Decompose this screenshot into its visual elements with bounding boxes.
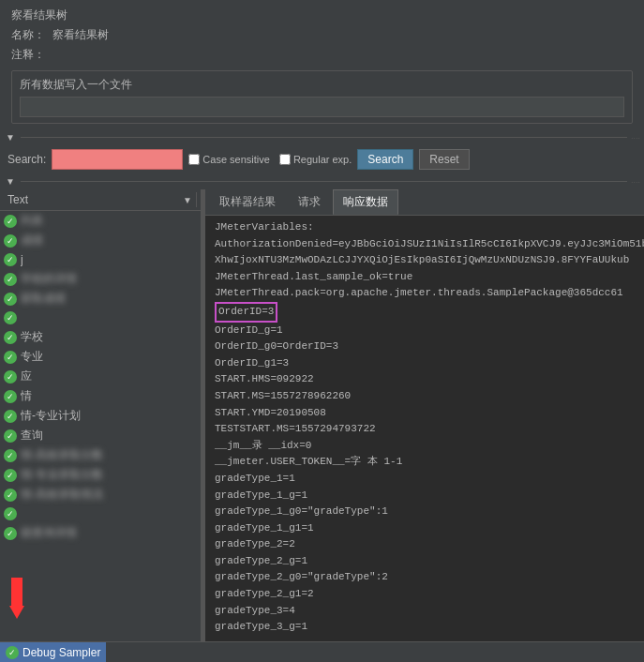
- title-label: 察看结果树: [11, 8, 67, 23]
- main-container: 察看结果树 名称： 察看结果树 注释： 所有数据写入一个文件 ▼ ···· Se…: [0, 0, 644, 662]
- title-section: 察看结果树 名称： 察看结果树 注释：: [0, 0, 644, 67]
- left-items-list: 列表成绩j学校的详情获取成绩学校专业应情情-专业计划查询情-高校录取分数情-专业…: [0, 211, 201, 641]
- search-bar: Search: Case sensitive Regular exp. Sear…: [0, 145, 644, 173]
- left-item[interactable]: [0, 504, 201, 523]
- response-line: gradeType_3=4: [213, 603, 637, 620]
- response-line: __jmeter.USER_TOKEN__=字 本 1-1: [213, 454, 637, 471]
- left-item[interactable]: 专业: [0, 347, 201, 367]
- green-check-icon: [4, 311, 17, 324]
- file-section-title: 所有数据写入一个文件: [20, 77, 624, 93]
- left-header-arrow[interactable]: ▼: [179, 193, 196, 207]
- left-item[interactable]: j: [0, 250, 201, 269]
- left-item[interactable]: 学校的详情: [0, 269, 201, 289]
- item-text: 级查询详情: [21, 525, 197, 541]
- response-line: gradeType_2_g0="gradeType":2: [213, 569, 637, 586]
- response-line: TESTSTART.MS=1557294793722: [213, 421, 637, 438]
- divider-dots-2: ····: [627, 177, 644, 187]
- highlighted-response-line: OrderID=3: [215, 302, 277, 323]
- left-header: Text ▼: [0, 189, 201, 211]
- comment-label: 注释：: [11, 47, 45, 63]
- comment-row: 注释：: [11, 47, 633, 63]
- green-check-icon: [4, 429, 17, 443]
- case-sensitive-checkbox[interactable]: [188, 154, 200, 165]
- left-item[interactable]: 获取成绩: [0, 289, 201, 308]
- item-text: 情-高校录取情况: [21, 487, 197, 503]
- tab-sampler[interactable]: 取样器结果: [209, 189, 286, 215]
- tab-request[interactable]: 请求: [288, 189, 331, 215]
- left-item[interactable]: 情-高校录取情况: [0, 485, 201, 504]
- collapse-bar-1: ▼ ····: [0, 129, 644, 145]
- left-item[interactable]: 级查询详情: [0, 523, 201, 543]
- item-text: 获取成绩: [21, 291, 197, 307]
- item-text: 列表: [21, 213, 197, 229]
- response-line: OrderID_g0=OrderID=3: [213, 339, 637, 355]
- bottom-bar: Debug Sampler: [0, 641, 644, 662]
- left-item[interactable]: 学校: [0, 327, 201, 347]
- case-sensitive-label[interactable]: Case sensitive: [188, 154, 270, 165]
- item-text: 学校的详情: [21, 271, 197, 287]
- title-row: 察看结果树: [11, 8, 633, 23]
- response-line: JMeterVariables:: [213, 219, 637, 236]
- green-check-icon: [4, 527, 17, 540]
- green-check-icon: [4, 273, 17, 286]
- response-line: OrderID_g=1: [213, 323, 637, 339]
- item-text: j: [21, 253, 197, 266]
- left-item[interactable]: 应: [0, 367, 201, 386]
- left-header-text: Text: [4, 191, 179, 208]
- regex-checkbox[interactable]: [279, 154, 291, 165]
- collapse-arrow-1[interactable]: ▼: [0, 131, 21, 143]
- collapse-arrow-2[interactable]: ▼: [0, 175, 21, 188]
- debug-sampler-label: Debug Sampler: [22, 646, 100, 659]
- response-line: gradeType_2_g=1: [213, 553, 637, 570]
- left-item[interactable]: 查询: [0, 426, 201, 445]
- reset-button[interactable]: Reset: [419, 149, 469, 170]
- left-item[interactable]: 情-专业计划: [0, 406, 201, 426]
- left-panel: Text ▼ 列表成绩j学校的详情获取成绩学校专业应情情-专业计划查询情-高校录…: [0, 189, 202, 641]
- response-line: gradeType_1_g0="gradeType":1: [213, 504, 637, 520]
- divider-2: [21, 181, 627, 182]
- response-line: JMeterThread.pack=org.apache.jmeter.thre…: [213, 285, 637, 302]
- item-text: 学校: [21, 329, 197, 345]
- file-input[interactable]: [20, 97, 624, 117]
- green-check-icon: [4, 253, 17, 266]
- response-line: AuthorizationDenied=eyJBbGciOiJSUzI1NiIs…: [213, 236, 637, 253]
- item-text: 成绩: [21, 233, 197, 248]
- left-item[interactable]: 情: [0, 386, 201, 406]
- checkbox-group: Case sensitive Regular exp.: [188, 154, 352, 165]
- green-check-icon: [4, 390, 17, 403]
- search-button[interactable]: Search: [357, 149, 413, 170]
- divider-1: [21, 137, 627, 138]
- name-value: 察看结果树: [52, 27, 109, 43]
- tab-response[interactable]: 响应数据: [333, 189, 398, 215]
- response-line: gradeType_1_g1=1: [213, 520, 637, 537]
- left-item[interactable]: 情-高校录取分数: [0, 445, 201, 465]
- regex-label[interactable]: Regular exp.: [279, 154, 352, 165]
- case-sensitive-text: Case sensitive: [202, 154, 270, 165]
- item-text: 情: [21, 388, 197, 404]
- regex-text: Regular exp.: [293, 154, 352, 165]
- green-check-icon: [4, 507, 17, 520]
- response-content: JMeterVariables:AuthorizationDenied=eyJB…: [205, 216, 644, 641]
- name-row: 名称： 察看结果树: [11, 27, 633, 43]
- left-item[interactable]: 列表: [0, 211, 201, 231]
- green-check-icon: [4, 449, 17, 462]
- item-text: 专业: [21, 349, 197, 365]
- tabs-bar: 取样器结果请求响应数据: [205, 189, 644, 216]
- response-line: gradeType_1_g=1: [213, 488, 637, 504]
- search-label: Search:: [7, 153, 46, 166]
- left-item[interactable]: 情-专业录取分数: [0, 465, 201, 485]
- response-line: gradeType_3_g=1: [213, 619, 637, 636]
- response-line: JMeterThread.last_sample_ok=true: [213, 269, 637, 286]
- response-line: gradeType_2=2: [213, 536, 637, 553]
- divider-dots-1: ····: [627, 133, 644, 143]
- response-line: START.HMS=092922: [213, 371, 637, 388]
- name-label: 名称：: [11, 27, 45, 43]
- left-item[interactable]: 成绩: [0, 231, 201, 250]
- response-line: gradeType_2_g1=2: [213, 586, 637, 603]
- search-input[interactable]: [52, 149, 183, 170]
- file-section: 所有数据写入一个文件: [11, 70, 633, 124]
- response-line: gradeType_1=1: [213, 471, 637, 488]
- left-item[interactable]: [0, 308, 201, 327]
- debug-sampler-item[interactable]: Debug Sampler: [0, 642, 106, 662]
- response-line: START.YMD=20190508: [213, 405, 637, 422]
